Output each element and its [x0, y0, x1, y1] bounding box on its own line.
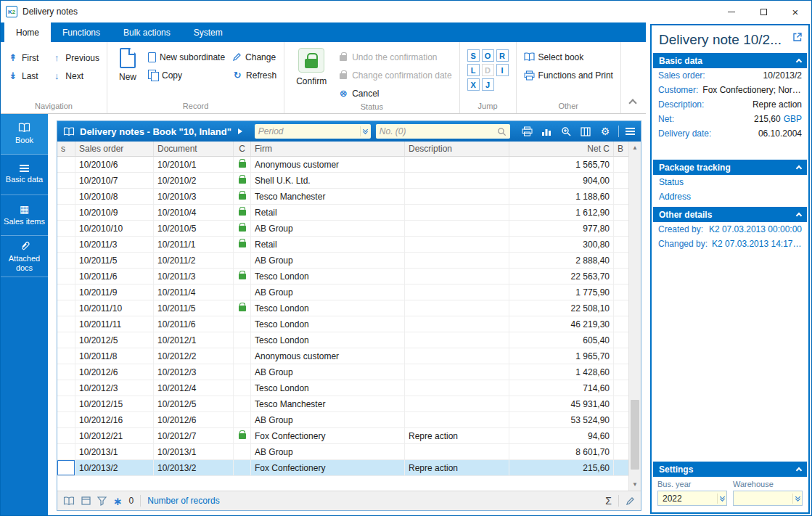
scrollbar-track[interactable]: [629, 154, 641, 478]
row-handle-cell[interactable]: [57, 237, 75, 252]
row-handle-cell[interactable]: [57, 189, 75, 204]
scroll-up-icon[interactable]: ▲: [629, 142, 641, 154]
table-row[interactable]: 10/2011/310/2011/1Retail300,80: [57, 237, 628, 253]
table-row[interactable]: 10/2011/610/2011/3Tesco London22 563,70: [57, 269, 628, 284]
change-confirmation-date-button[interactable]: Change confirmation date: [338, 67, 451, 83]
freeze-icon[interactable]: ∗: [113, 498, 123, 504]
table-row[interactable]: 10/2011/1010/2011/5Tesco London22 508,10: [57, 300, 628, 316]
bus-year-select[interactable]: 2022: [657, 491, 727, 506]
table-row[interactable]: 10/2012/1510/2012/5Tesco Manchester45 93…: [57, 396, 628, 412]
row-handle-cell[interactable]: [57, 412, 75, 427]
next-button[interactable]: ↓ Next: [52, 68, 99, 83]
tab-home[interactable]: Home: [4, 22, 51, 42]
new-button[interactable]: New: [115, 47, 141, 83]
section-other-details[interactable]: Other details: [653, 207, 807, 222]
jump-o-button[interactable]: O: [482, 49, 494, 62]
table-row[interactable]: 10/2011/1110/2011/6Tesco London46 219,30: [57, 316, 628, 332]
new-subordinate-button[interactable]: New subordinate: [148, 49, 225, 65]
jump-r-button[interactable]: R: [496, 49, 509, 62]
table-row[interactable]: 10/2012/510/2012/1Tesco London605,40: [57, 332, 628, 348]
tab-functions[interactable]: Functions: [51, 22, 112, 42]
package-status-link[interactable]: Status: [652, 175, 808, 189]
table-row[interactable]: 10/2012/610/2012/3AB Group1 428,60: [57, 364, 628, 380]
row-handle-cell[interactable]: [57, 269, 75, 284]
table-row[interactable]: 10/2012/2110/2012/7Fox ConfectioneryRepr…: [57, 428, 628, 444]
expand-filter-icon[interactable]: [238, 128, 242, 134]
table-row[interactable]: 10/2013/210/2013/2Fox ConfectioneryRepre…: [57, 460, 628, 476]
warehouse-select[interactable]: [733, 491, 803, 506]
row-handle-cell[interactable]: [57, 300, 75, 316]
sidebar-item-book[interactable]: Book: [1, 114, 48, 155]
col-header-document[interactable]: Document: [154, 142, 234, 156]
table-row[interactable]: 10/2011/510/2011/2AB Group2 888,40: [57, 253, 628, 269]
scrollbar-thumb[interactable]: [631, 400, 639, 470]
row-handle-cell[interactable]: [57, 380, 75, 396]
refresh-button[interactable]: ↻ Refresh: [232, 67, 276, 83]
col-header-s[interactable]: s: [57, 142, 75, 156]
minimize-button[interactable]: [715, 1, 747, 22]
col-header-confirmed[interactable]: C: [234, 142, 251, 156]
chart-icon[interactable]: [540, 125, 553, 138]
vertical-scrollbar[interactable]: ▲ ▼: [628, 142, 641, 491]
table-row[interactable]: 10/2011/910/2011/4AB Group1 775,90: [57, 284, 628, 300]
jump-i-button[interactable]: I: [496, 64, 509, 76]
tab-system[interactable]: System: [182, 22, 234, 42]
card-view-icon[interactable]: [81, 496, 91, 505]
row-handle-cell[interactable]: [57, 460, 75, 475]
number-search-input[interactable]: No. (0): [376, 124, 510, 139]
undo-confirmation-button[interactable]: Undo the confirmation: [338, 49, 451, 65]
select-book-button[interactable]: Select book: [524, 49, 613, 65]
edit-icon[interactable]: [626, 496, 635, 506]
jump-x-button[interactable]: X: [467, 78, 480, 91]
row-handle-cell[interactable]: [57, 157, 75, 172]
close-button[interactable]: ×: [779, 1, 811, 22]
table-row[interactable]: 10/2010/1010/2010/5AB Group977,80: [57, 221, 628, 237]
cancel-button[interactable]: ⊗ Cancel: [338, 86, 451, 101]
sidebar-item-sales-items[interactable]: ▦ Sales items: [1, 195, 48, 236]
table-row[interactable]: 10/2011/810/2012/2Anonymous customer1 96…: [57, 348, 628, 364]
section-settings[interactable]: Settings: [653, 462, 807, 477]
row-handle-cell[interactable]: [57, 221, 75, 236]
col-header-net[interactable]: Net C: [509, 142, 614, 156]
col-header-sales-order[interactable]: Sales order: [75, 142, 154, 156]
previous-button[interactable]: ↑ Previous: [52, 50, 99, 65]
warehouse-dropdown-icon[interactable]: [792, 494, 800, 504]
tab-bulk-actions[interactable]: Bulk actions: [112, 22, 182, 42]
copy-button[interactable]: Copy: [148, 67, 225, 83]
row-handle-cell[interactable]: [57, 316, 75, 332]
row-handle-cell[interactable]: [57, 396, 75, 411]
table-row[interactable]: 10/2012/310/2012/4Tesco London714,60: [57, 380, 628, 396]
row-handle-cell[interactable]: [57, 444, 75, 459]
table-row[interactable]: 10/2010/610/2010/1Anonymous customer1 56…: [57, 157, 628, 173]
table-row[interactable]: 10/2010/810/2010/3Tesco Manchester1 188,…: [57, 189, 628, 205]
sum-icon[interactable]: Σ: [605, 495, 612, 507]
columns-icon[interactable]: [579, 125, 592, 138]
row-handle-cell[interactable]: [57, 205, 75, 220]
collapse-ribbon-icon[interactable]: [628, 99, 636, 107]
row-handle-cell[interactable]: [57, 348, 75, 364]
number-of-records-label[interactable]: Number of records: [147, 496, 219, 506]
jump-s-button[interactable]: S: [467, 49, 480, 62]
bus-year-dropdown-icon[interactable]: [717, 494, 724, 504]
package-address-link[interactable]: Address: [652, 189, 808, 204]
filter-icon[interactable]: [97, 496, 107, 506]
sidebar-item-basic-data[interactable]: Basic data: [1, 155, 48, 195]
table-row[interactable]: 10/2012/1610/2012/6AB Group53 524,90: [57, 412, 628, 428]
row-handle-cell[interactable]: [57, 253, 75, 268]
print-icon[interactable]: [520, 125, 533, 138]
open-in-window-icon[interactable]: [792, 32, 803, 42]
scroll-down-icon[interactable]: ▼: [629, 478, 641, 491]
first-button[interactable]: ↟ First: [8, 50, 38, 65]
row-handle-cell[interactable]: [57, 428, 75, 443]
col-header-firm[interactable]: Firm: [251, 142, 405, 156]
table-row[interactable]: 10/2010/710/2010/2Shell U.K. Ltd.904,00: [57, 173, 628, 189]
confirm-button[interactable]: Confirm: [292, 47, 331, 87]
jump-l-button[interactable]: L: [467, 64, 480, 76]
period-dropdown-icon[interactable]: [360, 126, 367, 136]
period-filter[interactable]: Period: [255, 124, 371, 139]
jump-d-button[interactable]: D: [482, 64, 494, 76]
functions-and-print-button[interactable]: Functions and Print: [524, 67, 613, 83]
change-button[interactable]: Change: [232, 49, 276, 65]
book-view-icon[interactable]: [63, 496, 75, 506]
section-basic-data[interactable]: Basic data: [653, 53, 807, 68]
